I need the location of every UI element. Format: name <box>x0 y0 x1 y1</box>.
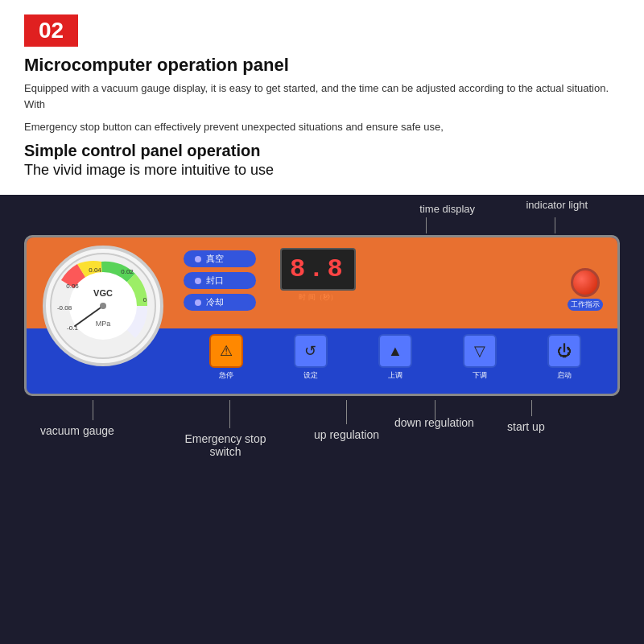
work-indicator-label: 工作指示 <box>568 299 603 311</box>
emergency-stop-annotation: Emergency stop switch <box>181 432 270 458</box>
svg-text:0.02: 0.02 <box>121 268 134 275</box>
svg-text:-0.08: -0.08 <box>57 304 72 312</box>
conn-up <box>346 400 347 424</box>
seal-dot <box>195 278 201 284</box>
svg-text:0.06: 0.06 <box>66 283 79 290</box>
up-regulation-btn[interactable]: ▲ 上调 <box>378 334 412 381</box>
svg-point-10 <box>100 303 106 309</box>
status-vacuum: 真空 <box>184 250 256 267</box>
bottom-annotations: vacuum gauge Emergency stop switch up re… <box>16 400 628 505</box>
cool-label: 冷却 <box>206 296 224 308</box>
up-label: 上调 <box>388 370 402 381</box>
status-cool: 冷却 <box>184 294 256 311</box>
vacuum-gauge-annotation: vacuum gauge <box>40 424 114 437</box>
page: 02 Microcomputer operation panel Equippe… <box>0 0 644 644</box>
status-seal: 封口 <box>184 272 256 289</box>
button-row: ⚠ 急停 ↺ 设定 ▲ 上调 ▽ 下调 <box>184 334 607 381</box>
vacuum-dot <box>195 256 201 262</box>
indicator-light-circle <box>571 268 600 297</box>
start-btn[interactable]: ⏻ 启动 <box>547 334 581 381</box>
set-label: 设定 <box>303 370 318 381</box>
conn-emergency <box>229 400 230 428</box>
description2: Emergency stop button can effectively pr… <box>24 119 620 135</box>
cool-dot <box>195 299 201 306</box>
up-regulation-annotation: up regulation <box>314 428 379 441</box>
indicator-light-label: indicator light <box>526 199 588 211</box>
set-icon[interactable]: ↺ <box>294 334 328 368</box>
down-label: 下调 <box>473 370 487 381</box>
start-up-annotation: start up <box>507 420 545 433</box>
seal-label: 封口 <box>206 275 224 287</box>
svg-text:MPa: MPa <box>96 320 111 328</box>
vacuum-gauge: VGC -0.08 0.06 0.04 0.02 0 -0.1 MPa <box>43 246 167 370</box>
down-regulation-annotation: down regulation <box>394 416 474 429</box>
time-display: 8.8 时 间（秒） <box>280 248 356 303</box>
status-buttons: 真空 封口 冷却 <box>184 250 256 311</box>
start-label: 启动 <box>557 370 572 381</box>
conn-start <box>531 400 532 416</box>
section-title: Microcomputer operation panel <box>24 55 620 76</box>
top-annotations: time display indicator light <box>16 195 628 235</box>
power-icon[interactable]: ⏻ <box>547 334 581 368</box>
down-regulation-btn[interactable]: ▽ 下调 <box>463 334 497 381</box>
top-content: 02 Microcomputer operation panel Equippe… <box>0 0 644 195</box>
vacuum-label: 真空 <box>206 253 224 265</box>
gauge-face: VGC -0.08 0.06 0.04 0.02 0 -0.1 MPa <box>43 246 163 366</box>
svg-text:VGC: VGC <box>93 288 113 298</box>
up-icon[interactable]: ▲ <box>378 334 412 368</box>
panel-container: time display indicator light <box>0 195 644 521</box>
machine-panel: VGC -0.08 0.06 0.04 0.02 0 -0.1 MPa <box>24 235 620 396</box>
conn-vacuum <box>93 400 93 420</box>
connector-time <box>426 217 427 233</box>
controls-right: 真空 封口 冷却 8.8 时 间（秒） <box>184 244 611 393</box>
emergency-stop-icon[interactable]: ⚠ <box>209 334 243 368</box>
connector-indicator <box>555 217 555 233</box>
svg-text:0: 0 <box>143 296 147 303</box>
time-label: 时 间（秒） <box>280 292 356 303</box>
description1: Equipped with a vacuum gauge display, it… <box>24 80 620 113</box>
set-btn[interactable]: ↺ 设定 <box>294 334 328 381</box>
down-icon[interactable]: ▽ <box>463 334 497 368</box>
section-badge: 02 <box>24 14 78 47</box>
svg-text:0.04: 0.04 <box>89 266 101 274</box>
sub-desc: The vivid image is more intuitive to use <box>24 162 620 179</box>
emergency-stop-btn[interactable]: ⚠ 急停 <box>209 334 243 381</box>
time-display-label: time display <box>419 203 475 215</box>
sub-title: Simple control panel operation <box>24 142 620 160</box>
emergency-stop-label: 急停 <box>219 370 233 381</box>
time-value: 8.8 <box>280 248 356 291</box>
work-indicator: 工作指示 <box>568 268 603 311</box>
gauge-svg: VGC -0.08 0.06 0.04 0.02 0 -0.1 MPa <box>47 250 159 362</box>
